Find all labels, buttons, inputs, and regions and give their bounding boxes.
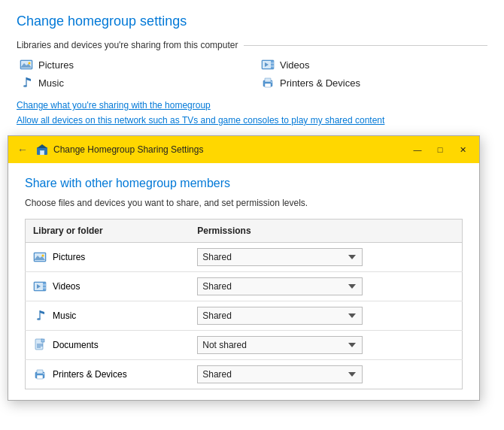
table-row: Printers & DevicesSharedShared (Read)Not…: [26, 360, 463, 389]
svg-rect-38: [37, 375, 43, 379]
pictures-icon: [20, 58, 33, 71]
svg-rect-19: [41, 151, 44, 155]
outer-items: Pictures Videos Music: [20, 58, 487, 89]
svg-point-31: [37, 318, 41, 320]
dialog-description: Choose files and devices you want to sha…: [25, 198, 463, 208]
svg-marker-17: [37, 144, 47, 148]
outer-item-pictures: Pictures: [20, 58, 246, 71]
svg-point-11: [23, 85, 27, 87]
outer-item-videos: Videos: [261, 58, 487, 71]
permission-cell-4[interactable]: SharedShared (Read)Not shared: [190, 360, 462, 389]
outer-item-pictures-label: Pictures: [38, 59, 74, 71]
col-permissions: Permissions: [190, 220, 462, 243]
svg-rect-29: [43, 289, 46, 290]
dialog-titlebar: ← Change Homegroup Sharing Settings — □ …: [8, 136, 479, 163]
music-icon: [20, 76, 33, 89]
table-row: DocumentsSharedShared (Read)Not shared: [26, 331, 463, 360]
item-cell-0: Pictures: [26, 243, 190, 272]
outer-item-printers-label: Printers & Devices: [280, 77, 360, 89]
dialog-title: Change Homegroup Sharing Settings: [53, 144, 203, 155]
col-library: Library or folder: [26, 220, 190, 243]
back-button[interactable]: ←: [14, 142, 31, 157]
permission-cell-1[interactable]: SharedShared (Read)Not shared: [190, 272, 462, 301]
outer-item-printers: Printers & Devices: [261, 76, 487, 89]
svg-rect-8: [271, 64, 274, 65]
close-button[interactable]: ✕: [452, 141, 473, 158]
svg-point-3: [29, 62, 31, 65]
allow-devices-link[interactable]: Allow all devices on this network such a…: [17, 115, 487, 126]
permission-select-2[interactable]: SharedShared (Read)Not shared: [197, 307, 363, 325]
titlebar-left: ← Change Homegroup Sharing Settings: [14, 142, 203, 157]
table-row: MusicSharedShared (Read)Not shared: [26, 301, 463, 331]
homegroup-icon: [36, 144, 48, 156]
permission-select-0[interactable]: SharedShared (Read)Not shared: [197, 248, 363, 266]
table-row: VideosSharedShared (Read)Not shared: [26, 272, 463, 301]
svg-rect-7: [271, 61, 274, 62]
svg-rect-27: [43, 283, 46, 284]
outer-title: Change homegroup settings: [17, 14, 487, 29]
dialog-heading: Share with other homegroup members: [25, 177, 463, 190]
svg-rect-13: [265, 83, 271, 87]
permission-cell-3[interactable]: SharedShared (Read)Not shared: [190, 331, 462, 360]
permission-cell-0[interactable]: SharedShared (Read)Not shared: [190, 243, 462, 272]
permission-select-1[interactable]: SharedShared (Read)Not shared: [197, 277, 363, 295]
share-table: Library or folder Permissions PicturesSh…: [25, 219, 463, 389]
item-cell-1: Videos: [26, 272, 190, 301]
dialog-body: Share with other homegroup members Choos…: [8, 163, 479, 400]
item-cell-2: Music: [26, 301, 190, 331]
printers-icon: [261, 76, 275, 89]
svg-rect-39: [37, 370, 43, 374]
outer-item-music: Music: [20, 76, 246, 89]
svg-point-40: [43, 373, 44, 374]
outer-item-music-label: Music: [38, 77, 64, 89]
outer-window: Change homegroup settings Libraries and …: [0, 0, 504, 430]
svg-rect-9: [271, 67, 274, 68]
table-header-row: Library or folder Permissions: [26, 220, 463, 243]
change-sharing-link[interactable]: Change what you're sharing with the home…: [17, 100, 487, 111]
inner-dialog: ← Change Homegroup Sharing Settings — □ …: [8, 135, 480, 401]
permission-select-4[interactable]: SharedShared (Read)Not shared: [197, 365, 363, 383]
minimize-button[interactable]: —: [407, 141, 428, 158]
svg-rect-28: [43, 286, 46, 287]
titlebar-right: — □ ✕: [407, 141, 473, 158]
videos-icon: [261, 58, 275, 71]
outer-section-label: Libraries and devices you're sharing fro…: [17, 40, 487, 50]
item-cell-4: Printers & Devices: [26, 360, 190, 389]
svg-rect-33: [41, 339, 44, 342]
svg-point-15: [271, 81, 272, 83]
item-cell-3: Documents: [26, 331, 190, 360]
svg-rect-14: [265, 78, 271, 82]
outer-item-videos-label: Videos: [280, 59, 310, 71]
maximize-button[interactable]: □: [430, 141, 451, 158]
svg-point-23: [42, 255, 44, 257]
permission-select-3[interactable]: SharedShared (Read)Not shared: [197, 336, 363, 354]
permission-cell-2[interactable]: SharedShared (Read)Not shared: [190, 301, 462, 331]
table-row: PicturesSharedShared (Read)Not shared: [26, 243, 463, 272]
